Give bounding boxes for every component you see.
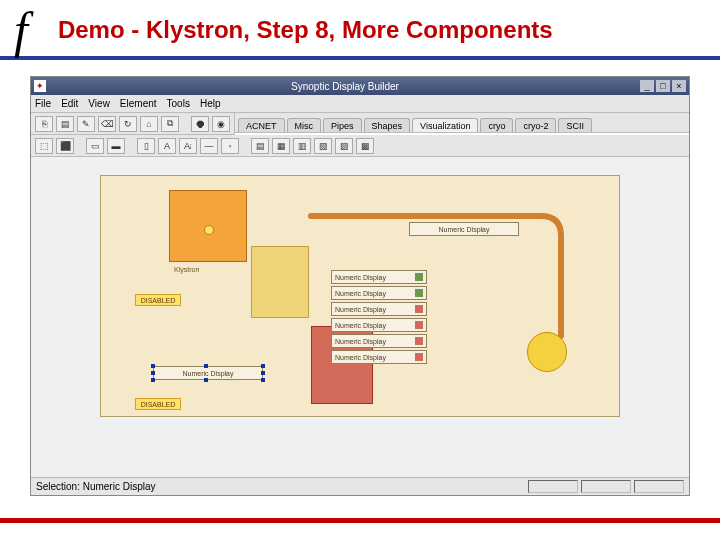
numeric-display-selected-label: Numeric Display (183, 370, 234, 377)
header-rule (0, 56, 720, 60)
status-chip-2[interactable]: DISABLED (135, 398, 181, 410)
vis-textAi-icon[interactable]: Aᵢ (179, 138, 197, 154)
tab-shapes[interactable]: Shapes (364, 118, 411, 132)
klystron-component[interactable]: Klystron (169, 190, 247, 262)
tool-new-icon[interactable]: ⎘ (35, 116, 53, 132)
vis-g3-icon[interactable]: ▥ (293, 138, 311, 154)
vis-g2-icon[interactable]: ▦ (272, 138, 290, 154)
app-icon: ✦ (34, 80, 46, 92)
status-dot-icon (415, 321, 423, 329)
numeric-display-label: Numeric Display (335, 322, 386, 329)
status-bar: Selection: Numeric Display (31, 477, 689, 495)
vis-g6-icon[interactable]: ▩ (356, 138, 374, 154)
numeric-display-3[interactable]: Numeric Display (331, 302, 427, 316)
menubar: File Edit View Element Tools Help (31, 95, 689, 113)
minimize-button[interactable]: _ (640, 80, 654, 92)
numeric-display-5[interactable]: Numeric Display (331, 334, 427, 348)
numeric-display-selected[interactable]: Numeric Display (153, 366, 263, 380)
slide-title: Demo - Klystron, Step 8, More Components (58, 16, 553, 44)
numeric-display-label: Numeric Display (335, 306, 386, 313)
close-button[interactable]: × (672, 80, 686, 92)
selection-handle-icon[interactable] (151, 364, 155, 368)
status-dot-icon (415, 305, 423, 313)
numeric-display-label: Numeric Display (335, 290, 386, 297)
tool-group-icon[interactable]: ⯃ (191, 116, 209, 132)
maximize-button[interactable]: □ (656, 80, 670, 92)
tool-dup-icon[interactable]: ⧉ (161, 116, 179, 132)
numeric-display-4[interactable]: Numeric Display (331, 318, 427, 332)
klystron-led-icon (204, 225, 214, 235)
slide-logo: f (14, 1, 28, 59)
tab-acnet[interactable]: ACNET (238, 118, 285, 132)
design-canvas[interactable]: Klystron DISABLED DISABLED Numeric Displ… (100, 175, 620, 417)
tab-scii[interactable]: SCII (558, 118, 592, 132)
status-dot-icon (415, 289, 423, 297)
status-dot-icon (415, 353, 423, 361)
status-dot-icon (415, 273, 423, 281)
status-cell (528, 480, 578, 493)
tab-pipes[interactable]: Pipes (323, 118, 362, 132)
status-cell (581, 480, 631, 493)
selection-handle-icon[interactable] (261, 371, 265, 375)
titlebar[interactable]: ✦ Synoptic Display Builder _ □ × (31, 77, 689, 95)
selection-handle-icon[interactable] (204, 378, 208, 382)
menu-file[interactable]: File (35, 98, 51, 109)
numeric-display-label: Numeric Display (335, 338, 386, 345)
tab-misc[interactable]: Misc (287, 118, 322, 132)
tool-save-icon[interactable]: ⌫ (98, 116, 116, 132)
vis-g4-icon[interactable]: ▧ (314, 138, 332, 154)
vis-rect2-icon[interactable]: ▬ (107, 138, 125, 154)
menu-tools[interactable]: Tools (167, 98, 190, 109)
vis-line-icon[interactable]: — (200, 138, 218, 154)
klystron-label: Klystron (174, 266, 199, 273)
menu-edit[interactable]: Edit (61, 98, 78, 109)
vis-box1-icon[interactable]: ⬚ (35, 138, 53, 154)
modulator-shape[interactable] (251, 246, 309, 318)
vis-g1-icon[interactable]: ▤ (251, 138, 269, 154)
status-text: Selection: Numeric Display (36, 481, 156, 492)
menu-view[interactable]: View (88, 98, 110, 109)
menu-element[interactable]: Element (120, 98, 157, 109)
menu-help[interactable]: Help (200, 98, 221, 109)
vis-rect1-icon[interactable]: ▭ (86, 138, 104, 154)
selection-handle-icon[interactable] (151, 371, 155, 375)
selection-handle-icon[interactable] (204, 364, 208, 368)
cavity-circle[interactable] (527, 332, 567, 372)
status-dot-icon (415, 337, 423, 345)
canvas-viewport[interactable]: Klystron DISABLED DISABLED Numeric Displ… (31, 157, 689, 477)
window-title: Synoptic Display Builder (50, 81, 640, 92)
numeric-display-1[interactable]: Numeric Display (331, 270, 427, 284)
tab-cryo[interactable]: cryo (480, 118, 513, 132)
tool-target-icon[interactable]: ◉ (212, 116, 230, 132)
vis-bar-icon[interactable]: ▯ (137, 138, 155, 154)
tool-open-icon[interactable]: ▤ (56, 116, 74, 132)
numeric-display-label: Numeric Display (335, 274, 386, 281)
numeric-display-label: Numeric Display (335, 354, 386, 361)
selection-handle-icon[interactable] (151, 378, 155, 382)
tab-visualization[interactable]: Visualization (412, 118, 478, 132)
tool-refresh-icon[interactable]: ↻ (119, 116, 137, 132)
numeric-display-top-label: Numeric Display (439, 226, 490, 233)
tab-cryo2[interactable]: cryo-2 (515, 118, 556, 132)
tool-home-icon[interactable]: ⌂ (140, 116, 158, 132)
status-cell (634, 480, 684, 493)
footer-rule (0, 518, 720, 523)
selection-handle-icon[interactable] (261, 364, 265, 368)
vis-dot-icon[interactable]: ◦ (221, 138, 239, 154)
selection-handle-icon[interactable] (261, 378, 265, 382)
vis-textA-icon[interactable]: A (158, 138, 176, 154)
vis-g5-icon[interactable]: ▨ (335, 138, 353, 154)
app-window: ✦ Synoptic Display Builder _ □ × File Ed… (30, 76, 690, 496)
numeric-display-top[interactable]: Numeric Display (409, 222, 519, 236)
numeric-display-6[interactable]: Numeric Display (331, 350, 427, 364)
numeric-display-2[interactable]: Numeric Display (331, 286, 427, 300)
vis-box2-icon[interactable]: ⬛ (56, 138, 74, 154)
tool-edit-icon[interactable]: ✎ (77, 116, 95, 132)
status-chip-1[interactable]: DISABLED (135, 294, 181, 306)
